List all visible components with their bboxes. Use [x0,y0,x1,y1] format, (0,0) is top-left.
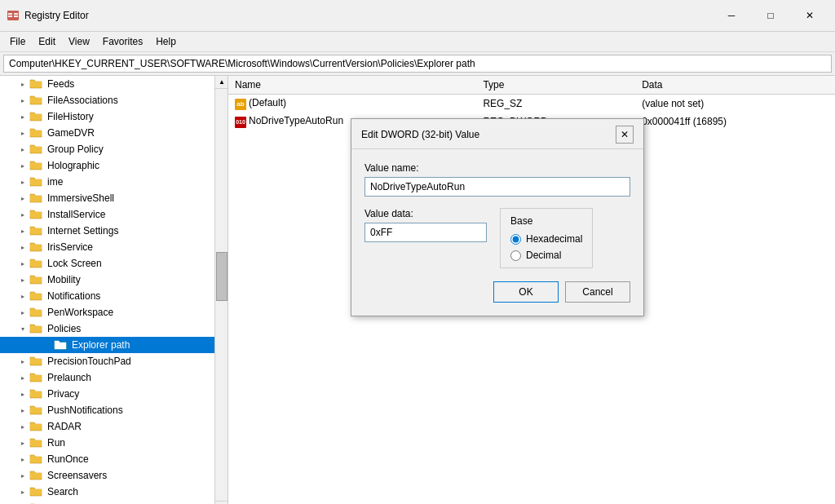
tree-item-irisservice[interactable]: ▸ IrisService [0,239,215,255]
tree-item-lock-screen[interactable]: ▸ Lock Screen [0,255,215,272]
tree-item-notifications[interactable]: ▸ Notifications [0,288,215,304]
tree-item-group-policy[interactable]: ▸ Group Policy [0,141,215,157]
expand-icon [41,338,54,351]
tree-item-run[interactable]: ▸ Run [0,435,215,451]
decimal-option[interactable]: Decimal [510,250,582,261]
tree-item-screensavers[interactable]: ▸ Screensavers [0,467,215,484]
edit-dword-dialog: Edit DWORD (32-bit) Value ✕ Value name: … [351,118,644,316]
expand-icon: ▸ [16,273,29,286]
maximize-button[interactable]: □ [752,5,789,26]
tree-scroll-container[interactable]: ▸ Feeds▸ FileAssociations▸ FileHistory▸ … [0,76,215,504]
tree-item-label: Prelaunch [47,372,91,383]
folder-icon [29,387,42,400]
folder-icon [29,94,42,107]
table-row[interactable]: ab(Default)REG_SZ(value not set) [228,95,835,113]
cell-type: REG_SZ [476,95,635,113]
expand-icon: ▸ [16,469,29,482]
folder-icon [29,143,42,156]
menu-item-favorites[interactable]: Favorites [96,33,149,50]
app-icon [7,9,20,22]
tree-item-penworkspace[interactable]: ▸ PenWorkspace [0,304,215,321]
dialog-buttons: OK Cancel [364,281,630,303]
scroll-down-arrow[interactable]: ▼ [215,501,228,504]
expand-icon: ▸ [16,175,29,188]
close-button[interactable]: ✕ [791,5,828,26]
expand-icon: ▸ [16,126,29,139]
folder-icon [29,126,42,139]
dialog-title: Edit DWORD (32-bit) Value [361,129,479,140]
tree-item-privacy[interactable]: ▸ Privacy [0,386,215,402]
menu-item-view[interactable]: View [62,33,96,50]
tree-item-label: RADAR [47,421,82,432]
value-data-label: Value data: [364,208,487,219]
tree-item-ime[interactable]: ▸ ime [0,174,215,190]
tree-item-policies[interactable]: ▾ Policies [0,321,215,337]
tree-item-immersiveshell[interactable]: ▸ ImmersiveShell [0,190,215,206]
menu-item-file[interactable]: File [3,33,32,50]
tree-item-label: PrecisionTouchPad [47,356,131,367]
cancel-button[interactable]: Cancel [565,281,630,303]
scroll-thumb[interactable] [216,252,228,301]
title-bar: Registry Editor ─ □ ✕ [0,0,835,32]
expand-icon: ▸ [16,224,29,237]
decimal-radio[interactable] [510,250,521,261]
tree-pane: ▸ Feeds▸ FileAssociations▸ FileHistory▸ … [0,76,228,504]
menu-item-help[interactable]: Help [149,33,183,50]
folder-icon [29,322,42,335]
tree-item-label: ImmersiveShell [47,192,114,204]
expand-icon: ▸ [16,485,29,498]
tree-item-label: Mobility [47,274,81,285]
expand-icon: ▸ [16,77,29,91]
expand-icon: ▸ [16,387,29,400]
hexadecimal-radio[interactable] [510,234,521,245]
tree-item-fileassociations[interactable]: ▸ FileAssociations [0,92,215,108]
folder-icon [29,273,42,286]
hexadecimal-option[interactable]: Hexadecimal [510,233,582,245]
tree-item-label: Privacy [47,388,79,400]
expand-icon: ▸ [16,110,29,123]
tree-item-label: Holographic [47,160,99,171]
dialog-close-button[interactable]: ✕ [616,126,634,144]
value-name-input[interactable] [364,177,630,197]
tree-item-label: InstallService [47,209,105,220]
tree-item-label: PenWorkspace [47,307,113,318]
tree-item-filehistory[interactable]: ▸ FileHistory [0,108,215,125]
tree-item-search[interactable]: ▸ Search [0,484,215,500]
folder-icon [29,306,42,319]
tree-item-installservice[interactable]: ▸ InstallService [0,206,215,223]
tree-item-radar[interactable]: ▸ RADAR [0,418,215,435]
menu-item-edit[interactable]: Edit [32,33,62,50]
tree-item-holographic[interactable]: ▸ Holographic [0,157,215,174]
expand-icon: ▸ [16,192,29,205]
tree-item-label: PushNotifications [47,405,123,416]
tree-item-precisiontouchpad[interactable]: ▸ PrecisionTouchPad [0,353,215,369]
col-type: Type [476,76,635,95]
expand-icon: ▸ [16,290,29,303]
tree-item-label: GameDVR [47,127,95,139]
value-data-section: Value data: [364,208,487,242]
tree-item-internet-settings[interactable]: ▸ Internet Settings [0,223,215,239]
title-bar-controls: ─ □ ✕ [713,5,828,26]
tree-item-label: IrisService [47,241,93,253]
tree-item-runonce[interactable]: ▸ RunOnce [0,451,215,467]
folder-icon [29,208,42,221]
folder-icon [29,175,42,188]
folder-icon [54,338,67,351]
folder-icon [29,241,42,254]
tree-item-mobility[interactable]: ▸ Mobility [0,272,215,288]
folder-icon [29,224,42,237]
ok-button[interactable]: OK [493,281,559,303]
minimize-button[interactable]: ─ [713,5,750,26]
value-name-label: Value name: [364,162,630,174]
col-data: Data [635,76,835,95]
scroll-up-arrow[interactable]: ▲ [215,76,228,89]
tree-scrollbar: ▲ ▼ [214,76,228,504]
tree-item-pushnotifications[interactable]: ▸ PushNotifications [0,402,215,418]
tree-item-searchsettings[interactable]: ▸ SearchSettings [0,500,215,504]
value-data-input[interactable] [364,223,487,242]
tree-item-prelaunch[interactable]: ▸ Prelaunch [0,369,215,386]
svg-rect-4 [14,15,18,17]
tree-item-gamedvr[interactable]: ▸ GameDVR [0,125,215,141]
tree-item-explorer-path[interactable]: Explorer path [0,337,215,353]
tree-item-feeds[interactable]: ▸ Feeds [0,76,215,92]
